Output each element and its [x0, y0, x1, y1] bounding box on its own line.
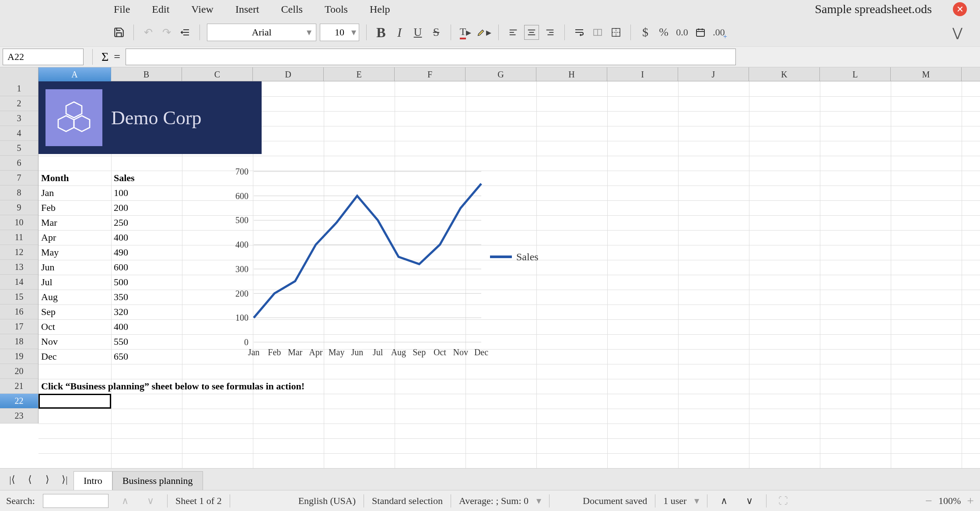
- row-header-6[interactable]: 6: [0, 156, 38, 171]
- row-header-9[interactable]: 9: [0, 200, 38, 215]
- first-sheet-button[interactable]: |⟨: [4, 471, 21, 488]
- cell-A16[interactable]: Sep: [38, 304, 111, 319]
- selected-cell[interactable]: [38, 394, 111, 409]
- row-header-7[interactable]: 7: [0, 171, 38, 186]
- bold-button[interactable]: B: [374, 25, 388, 40]
- col-header-B[interactable]: B: [111, 67, 182, 81]
- cell-B9[interactable]: 200: [111, 200, 182, 215]
- currency-button[interactable]: $: [638, 25, 653, 40]
- cell-A9[interactable]: Feb: [38, 200, 111, 215]
- row-header-22[interactable]: 22: [0, 394, 38, 409]
- cell-B15[interactable]: 350: [111, 290, 182, 304]
- percent-button[interactable]: %: [656, 25, 671, 40]
- cell-A11[interactable]: Apr: [38, 230, 111, 245]
- more-tools-icon[interactable]: ⋁: [952, 25, 962, 40]
- font-size-select[interactable]: 10▾: [320, 24, 359, 41]
- language-status[interactable]: English (USA): [298, 495, 356, 507]
- font-color-icon[interactable]: T▸: [458, 25, 473, 40]
- aggregate-status[interactable]: Average: ; Sum: 0: [459, 495, 528, 507]
- row-header-1[interactable]: 1: [0, 81, 38, 96]
- search-input[interactable]: [43, 494, 108, 508]
- cell-B10[interactable]: 250: [111, 215, 182, 230]
- formula-input[interactable]: [126, 49, 736, 65]
- cell-B13[interactable]: 600: [111, 260, 182, 275]
- col-header-M[interactable]: M: [891, 67, 962, 81]
- cell-B17[interactable]: 400: [111, 319, 182, 334]
- cell-A18[interactable]: Nov: [38, 334, 111, 349]
- col-header-D[interactable]: D: [253, 67, 324, 81]
- add-decimal-button[interactable]: .00+: [711, 25, 726, 40]
- decimal-button[interactable]: 0.0: [675, 25, 690, 40]
- search-prev-icon[interactable]: ∧: [116, 492, 134, 510]
- cell-A14[interactable]: Jul: [38, 275, 111, 290]
- sheet-tab-intro[interactable]: Intro: [74, 471, 112, 490]
- row-header-4[interactable]: 4: [0, 126, 38, 141]
- cell-A12[interactable]: May: [38, 245, 111, 260]
- wrap-text-icon[interactable]: [572, 25, 587, 40]
- menu-tools[interactable]: Tools: [325, 4, 348, 15]
- outdent-icon[interactable]: [178, 25, 192, 40]
- user-count[interactable]: 1 user: [663, 495, 686, 507]
- menu-view[interactable]: View: [191, 4, 214, 15]
- italic-button[interactable]: I: [392, 25, 407, 40]
- sum-function-icon[interactable]: Σ: [102, 50, 108, 64]
- col-header-L[interactable]: L: [820, 67, 891, 81]
- row-header-14[interactable]: 14: [0, 275, 38, 290]
- row-header-2[interactable]: 2: [0, 96, 38, 111]
- cell-B12[interactable]: 490: [111, 245, 182, 260]
- cell-A8[interactable]: Jan: [38, 186, 111, 200]
- highlight-icon[interactable]: ▸: [476, 25, 491, 40]
- down-icon[interactable]: ∨: [741, 492, 758, 510]
- strikethrough-button[interactable]: S: [429, 25, 444, 40]
- row-header-3[interactable]: 3: [0, 111, 38, 126]
- col-header-H[interactable]: H: [536, 67, 607, 81]
- col-header-J[interactable]: J: [678, 67, 749, 81]
- select-all-corner[interactable]: [0, 67, 38, 81]
- row-header-16[interactable]: 16: [0, 304, 38, 319]
- menu-insert[interactable]: Insert: [235, 4, 259, 15]
- date-format-icon[interactable]: [693, 25, 708, 40]
- cell-B18[interactable]: 550: [111, 334, 182, 349]
- row-header-5[interactable]: 5: [0, 141, 38, 156]
- cell-A17[interactable]: Oct: [38, 319, 111, 334]
- menu-help[interactable]: Help: [370, 4, 390, 15]
- sales-chart[interactable]: 0100200300400500600700JanFebMarAprMayJun…: [223, 163, 556, 368]
- zoom-in-button[interactable]: +: [967, 494, 974, 508]
- menu-file[interactable]: File: [114, 4, 130, 15]
- row-header-15[interactable]: 15: [0, 290, 38, 304]
- cell-reference-input[interactable]: A22: [3, 49, 84, 65]
- search-next-icon[interactable]: ∨: [142, 492, 159, 510]
- col-header-E[interactable]: E: [324, 67, 395, 81]
- col-header-K[interactable]: K: [749, 67, 820, 81]
- spreadsheet-grid[interactable]: ABCDEFGHIJKLM 12345678910111213141516171…: [0, 67, 980, 468]
- col-header-A[interactable]: A: [38, 67, 111, 81]
- cell-A21[interactable]: Click “Business planning” sheet below to…: [38, 379, 432, 394]
- dropdown-icon[interactable]: ▾: [536, 495, 541, 507]
- row-header-10[interactable]: 10: [0, 215, 38, 230]
- borders-icon[interactable]: [609, 25, 623, 40]
- font-select[interactable]: Arial▾: [207, 24, 316, 41]
- redo-icon[interactable]: ↷: [159, 25, 174, 40]
- cell-A15[interactable]: Aug: [38, 290, 111, 304]
- menu-edit[interactable]: Edit: [152, 4, 169, 15]
- col-header-C[interactable]: C: [182, 67, 253, 81]
- row-header-18[interactable]: 18: [0, 334, 38, 349]
- cell-A7[interactable]: Month: [38, 171, 111, 186]
- row-header-8[interactable]: 8: [0, 186, 38, 200]
- selection-mode[interactable]: Standard selection: [372, 495, 443, 507]
- cell-B16[interactable]: 320: [111, 304, 182, 319]
- zoom-level[interactable]: 100%: [938, 495, 961, 507]
- row-header-21[interactable]: 21: [0, 379, 38, 394]
- cell-B8[interactable]: 100: [111, 186, 182, 200]
- cell-B7[interactable]: Sales: [111, 171, 182, 186]
- save-icon[interactable]: [112, 25, 126, 40]
- col-header-F[interactable]: F: [395, 67, 466, 81]
- merge-cells-icon[interactable]: [590, 25, 605, 40]
- cell-B11[interactable]: 400: [111, 230, 182, 245]
- cell-B14[interactable]: 500: [111, 275, 182, 290]
- dropdown-icon[interactable]: ▾: [694, 495, 699, 507]
- zoom-out-button[interactable]: −: [925, 494, 932, 508]
- up-icon[interactable]: ∧: [715, 492, 733, 510]
- last-sheet-button[interactable]: ⟩|: [56, 471, 74, 488]
- close-button[interactable]: ✕: [953, 2, 967, 16]
